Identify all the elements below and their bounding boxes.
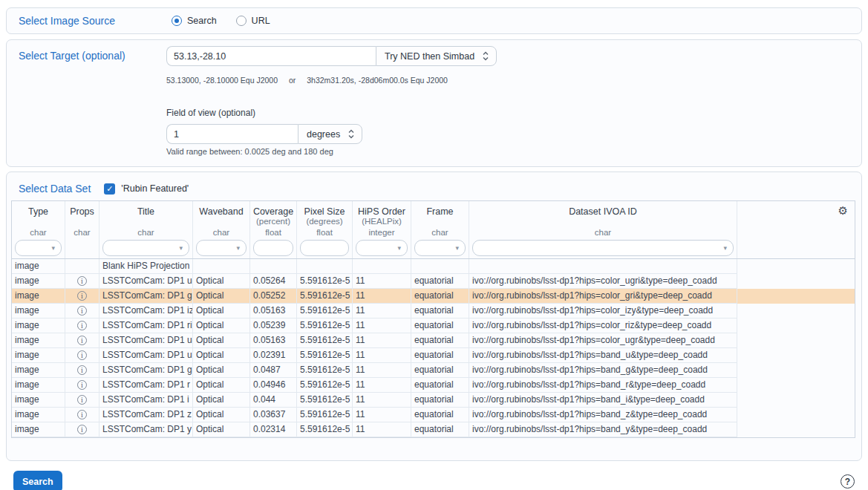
caret-down-icon: ▾ bbox=[179, 245, 183, 252]
cell-coverage bbox=[250, 259, 297, 274]
cell-props bbox=[65, 259, 99, 274]
filter-select-dataset-ivoa-id[interactable]: ▾ bbox=[472, 240, 734, 256]
radio-search[interactable]: Search bbox=[172, 16, 217, 26]
table-row[interactable]: imageiLSSTComCam: DP1 uOptical0.023915.5… bbox=[12, 348, 855, 363]
radio-button-icon bbox=[236, 16, 247, 26]
cell-coverage: 0.05163 bbox=[250, 304, 297, 318]
cell-ivoa-id bbox=[469, 259, 737, 274]
info-icon[interactable]: i bbox=[77, 291, 87, 301]
target-input[interactable] bbox=[166, 46, 376, 66]
filter-select-title[interactable]: ▾ bbox=[102, 240, 189, 256]
help-icon[interactable]: ? bbox=[841, 474, 855, 489]
filter-input-pixel-size[interactable] bbox=[300, 240, 349, 256]
cell-coverage: 0.05264 bbox=[250, 274, 297, 289]
cell-props: i bbox=[65, 408, 99, 422]
cell-pixel-size: 5.591612e-5 bbox=[297, 363, 353, 378]
cell-hips-order: 11 bbox=[353, 318, 411, 333]
info-icon[interactable]: i bbox=[77, 350, 87, 360]
column-header-waveband[interactable]: Wavebandchar▾ bbox=[193, 201, 250, 258]
cell-waveband: Optical bbox=[193, 422, 250, 437]
filter-select-waveband[interactable]: ▾ bbox=[196, 240, 247, 256]
cell-hips-order: 11 bbox=[353, 333, 411, 348]
info-icon[interactable]: i bbox=[77, 425, 87, 434]
cell-waveband: Optical bbox=[193, 304, 250, 318]
column-header-dataset-ivoa-id[interactable]: Dataset IVOA IDchar▾ bbox=[469, 201, 737, 258]
cell-ivoa-id: ivo://org.rubinobs/lsst-dp1?hips=color_u… bbox=[469, 333, 737, 348]
filter-input-coverage[interactable] bbox=[253, 240, 293, 256]
cell-frame: equatorial bbox=[411, 274, 469, 289]
image-source-title: Select Image Source bbox=[13, 15, 172, 27]
info-icon[interactable]: i bbox=[77, 276, 87, 286]
column-header-pixel-size[interactable]: Pixel Size(degrees)float bbox=[297, 201, 353, 258]
cell-props: i bbox=[65, 333, 99, 348]
cell-pixel-size: 5.591612e-5 bbox=[297, 393, 353, 408]
info-icon[interactable]: i bbox=[77, 365, 87, 375]
table-row[interactable]: imageiLSSTComCam: DP1 ugriOptical0.05264… bbox=[12, 274, 855, 289]
target-section: Select Target (optional) Try NED then Si… bbox=[6, 39, 862, 167]
cell-props: i bbox=[65, 318, 99, 333]
column-header-type[interactable]: Typechar▾ bbox=[12, 201, 65, 258]
cell-coverage: 0.03637 bbox=[250, 408, 297, 422]
info-icon[interactable]: i bbox=[77, 321, 87, 330]
column-header-hips-order[interactable]: HiPS Order(HEALPix)integer▾ bbox=[353, 201, 411, 258]
cell-type: image bbox=[12, 408, 65, 422]
cell-hips-order: 11 bbox=[353, 274, 411, 289]
cell-coverage: 0.02391 bbox=[250, 348, 297, 363]
table-row[interactable]: imageiLSSTComCam: DP1 izyOptical0.051635… bbox=[12, 304, 855, 318]
fov-unit-value: degrees bbox=[307, 129, 340, 140]
image-source-radio-group: Search URL bbox=[172, 16, 270, 26]
cell-title: LSSTComCam: DP1 r bbox=[99, 378, 193, 393]
cell-hips-order bbox=[353, 259, 411, 274]
table-row[interactable]: imageiLSSTComCam: DP1 yOptical0.023145.5… bbox=[12, 422, 855, 437]
cell-pixel-size bbox=[297, 259, 353, 274]
column-header-coverage[interactable]: Coverage(percent)float bbox=[250, 201, 297, 258]
chevron-up-down-icon bbox=[482, 50, 489, 62]
settings-gear-icon[interactable]: ⚙ bbox=[838, 205, 848, 216]
fov-label: Field of view (optional) bbox=[166, 108, 855, 118]
filter-select-type[interactable]: ▾ bbox=[15, 240, 62, 256]
cell-pixel-size: 5.591612e-5 bbox=[297, 289, 353, 304]
cell-frame: equatorial bbox=[411, 408, 469, 422]
radio-url[interactable]: URL bbox=[236, 16, 270, 26]
cell-filler bbox=[737, 408, 855, 422]
table-row[interactable]: imageiLSSTComCam: DP1 rizOptical0.052395… bbox=[12, 318, 855, 333]
cell-type: image bbox=[12, 318, 65, 333]
cell-hips-order: 11 bbox=[353, 378, 411, 393]
cell-filler bbox=[737, 348, 855, 363]
column-header-frame[interactable]: Framechar▾ bbox=[411, 201, 469, 258]
info-icon[interactable]: i bbox=[77, 395, 87, 405]
table-row[interactable]: imageiLSSTComCam: DP1 rOptical0.049465.5… bbox=[12, 378, 855, 393]
search-button[interactable]: Search bbox=[13, 471, 62, 490]
cell-title: LSSTComCam: DP1 riz bbox=[99, 318, 193, 333]
cell-waveband: Optical bbox=[193, 363, 250, 378]
column-header-props[interactable]: Propschar bbox=[65, 201, 99, 258]
filter-select-hips-order[interactable]: ▾ bbox=[356, 240, 408, 256]
table-row[interactable]: imageiLSSTComCam: DP1 griOptical0.052525… bbox=[12, 289, 855, 304]
table-row[interactable]: imageBlank HiPS Projection bbox=[12, 259, 855, 274]
table-row[interactable]: imageiLSSTComCam: DP1 zOptical0.036375.5… bbox=[12, 408, 855, 422]
radio-url-label: URL bbox=[252, 16, 270, 26]
cell-frame: equatorial bbox=[411, 318, 469, 333]
cell-waveband: Optical bbox=[193, 333, 250, 348]
info-icon[interactable]: i bbox=[77, 306, 87, 316]
info-icon[interactable]: i bbox=[77, 380, 87, 390]
cell-waveband: Optical bbox=[193, 318, 250, 333]
cell-frame bbox=[411, 259, 469, 274]
rubin-featured-checkbox[interactable]: ✓ 'Rubin Featured' bbox=[104, 183, 189, 195]
image-source-section: Select Image Source Search URL bbox=[6, 7, 862, 34]
cell-ivoa-id: ivo://org.rubinobs/lsst-dp1?hips=band_r&… bbox=[469, 378, 737, 393]
filter-select-frame[interactable]: ▾ bbox=[414, 240, 466, 256]
table-row[interactable]: imageiLSSTComCam: DP1 gOptical0.04875.59… bbox=[12, 363, 855, 378]
column-header-title[interactable]: Titlechar▾ bbox=[99, 201, 193, 258]
cell-coverage: 0.05239 bbox=[250, 318, 297, 333]
fov-unit-select[interactable]: degrees bbox=[298, 124, 362, 144]
fov-input[interactable] bbox=[166, 124, 298, 144]
resolver-select[interactable]: Try NED then Simbad bbox=[376, 46, 497, 66]
info-icon[interactable]: i bbox=[77, 336, 87, 345]
cell-waveband: Optical bbox=[193, 348, 250, 363]
cell-pixel-size: 5.591612e-5 bbox=[297, 304, 353, 318]
info-icon[interactable]: i bbox=[77, 410, 87, 419]
cell-title: LSSTComCam: DP1 ugr bbox=[99, 333, 193, 348]
table-row[interactable]: imageiLSSTComCam: DP1 ugrOptical0.051635… bbox=[12, 333, 855, 348]
table-row[interactable]: imageiLSSTComCam: DP1 iOptical0.0445.591… bbox=[12, 393, 855, 408]
